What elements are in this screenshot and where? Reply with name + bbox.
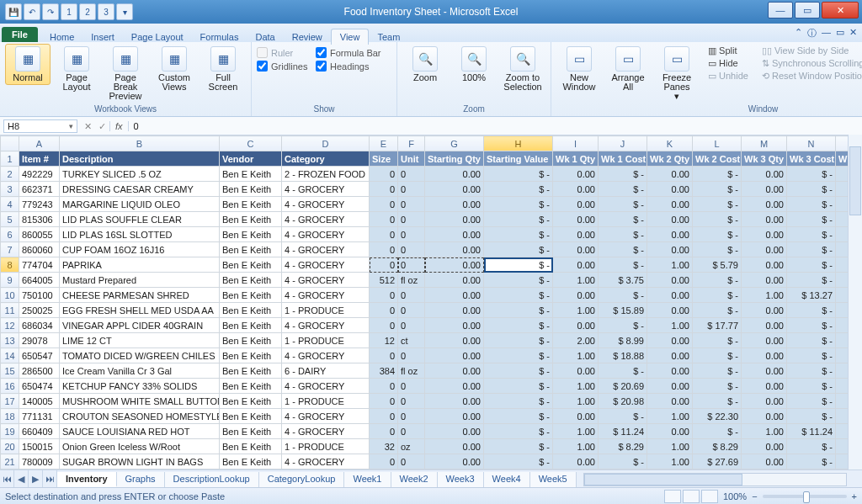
- custom-views-button[interactable]: ▦Custom Views: [152, 44, 197, 94]
- cell[interactable]: $ -: [484, 288, 553, 303]
- cell[interactable]: 0.00: [425, 333, 484, 348]
- cell[interactable]: ct: [398, 333, 425, 348]
- cell[interactable]: EGG FRESH SHELL MED USDA AA: [60, 303, 220, 318]
- cell[interactable]: 4 - GROCERY: [282, 182, 370, 197]
- cell[interactable]: $ -: [787, 167, 836, 182]
- cell[interactable]: 0: [398, 197, 425, 212]
- header-cell[interactable]: Wk 2 Cost: [693, 151, 742, 167]
- cell[interactable]: 0.00: [742, 257, 787, 273]
- header-cell[interactable]: Wk 3 Cost: [787, 151, 836, 167]
- cell[interactable]: $ 8.29: [599, 439, 647, 454]
- cell[interactable]: 4 - GROCERY: [282, 409, 370, 424]
- cell[interactable]: MUSHROOM WHITE SMALL BUTTON: [60, 394, 220, 409]
- cell[interactable]: 4 - GROCERY: [282, 257, 370, 273]
- cell[interactable]: 0.00: [553, 288, 599, 303]
- cell[interactable]: 0.00: [742, 303, 787, 318]
- cell[interactable]: 4 - GROCERY: [282, 424, 370, 439]
- cell[interactable]: 250025: [19, 303, 60, 318]
- cell[interactable]: 0.00: [425, 303, 484, 318]
- cell[interactable]: $ -: [599, 182, 647, 197]
- cell[interactable]: $ -: [484, 257, 553, 273]
- cell[interactable]: 0.00: [742, 273, 787, 288]
- cell[interactable]: 0.00: [425, 454, 484, 470]
- cell[interactable]: $ 11.24: [787, 424, 836, 439]
- cell[interactable]: Ben E Keith: [220, 273, 282, 288]
- enter-icon[interactable]: ✓: [95, 121, 109, 132]
- cell[interactable]: 1.00: [647, 257, 693, 273]
- header-cell[interactable]: Vendor: [220, 151, 282, 167]
- cell[interactable]: $ 5.79: [693, 257, 742, 273]
- cell[interactable]: $ -: [787, 394, 836, 409]
- row-header[interactable]: 9: [1, 273, 19, 288]
- cell[interactable]: 0.00: [425, 242, 484, 257]
- cell[interactable]: 0.00: [425, 394, 484, 409]
- cell[interactable]: LID PLAS SOUFFLE CLEAR: [60, 212, 220, 227]
- row-header[interactable]: 19: [1, 424, 19, 439]
- cell[interactable]: 2 - FROZEN FOOD: [282, 167, 370, 182]
- cell[interactable]: $ -: [787, 409, 836, 424]
- cell[interactable]: 0.00: [553, 363, 599, 379]
- cell[interactable]: 0: [398, 182, 425, 197]
- cell[interactable]: VINEGAR APPL CIDER 40GRAIN: [60, 318, 220, 333]
- cell[interactable]: $ 13.27: [787, 288, 836, 303]
- cell[interactable]: 0.00: [553, 227, 599, 242]
- cell[interactable]: Ben E Keith: [220, 333, 282, 348]
- tab-page-layout[interactable]: Page Layout: [123, 29, 192, 45]
- cell[interactable]: 0: [370, 197, 398, 212]
- row-header[interactable]: 1: [1, 151, 19, 167]
- cell[interactable]: Ben E Keith: [220, 318, 282, 333]
- cell[interactable]: 662371: [19, 182, 60, 197]
- row-header[interactable]: 17: [1, 394, 19, 409]
- cell[interactable]: 0.00: [425, 212, 484, 227]
- cell[interactable]: CUP FOAM 16OZ 16J16: [60, 242, 220, 257]
- cell[interactable]: 0: [370, 424, 398, 439]
- header-cell[interactable]: Item #: [19, 151, 60, 167]
- column-header[interactable]: J: [599, 136, 647, 151]
- cell[interactable]: 0.00: [553, 212, 599, 227]
- cell[interactable]: 750100: [19, 288, 60, 303]
- cell[interactable]: 1 - PRODUCE: [282, 439, 370, 454]
- tab-nav-prev[interactable]: ◀: [14, 470, 29, 488]
- column-header[interactable]: F: [398, 136, 425, 151]
- column-header[interactable]: E: [370, 136, 398, 151]
- cell[interactable]: 0: [398, 227, 425, 242]
- cell[interactable]: 0: [370, 227, 398, 242]
- qat-undo-icon[interactable]: ↶: [24, 3, 40, 20]
- cell[interactable]: Ben E Keith: [220, 212, 282, 227]
- cell[interactable]: 0: [370, 318, 398, 333]
- cell[interactable]: $ -: [787, 242, 836, 257]
- file-tab[interactable]: File: [2, 27, 38, 42]
- cell[interactable]: 0: [398, 409, 425, 424]
- cell[interactable]: 32: [370, 439, 398, 454]
- row-header[interactable]: 21: [1, 454, 19, 470]
- cell[interactable]: PAPRIKA: [60, 257, 220, 273]
- cell[interactable]: 0.00: [742, 182, 787, 197]
- cell[interactable]: $ -: [693, 182, 742, 197]
- cell[interactable]: 0.00: [647, 212, 693, 227]
- arrange-all-button[interactable]: ▭Arrange All: [605, 44, 651, 103]
- cell[interactable]: $ -: [599, 288, 647, 303]
- cell[interactable]: 0.00: [553, 242, 599, 257]
- cell[interactable]: 0.00: [647, 333, 693, 348]
- cell[interactable]: $ -: [484, 212, 553, 227]
- row-header[interactable]: 8: [1, 257, 19, 273]
- cell[interactable]: $ -: [693, 167, 742, 182]
- cell[interactable]: 0.00: [425, 197, 484, 212]
- worksheet-grid[interactable]: ABCDEFGHIJKLMNO1Item #DescriptionVendorC…: [0, 135, 862, 470]
- cell[interactable]: Ben E Keith: [220, 288, 282, 303]
- qat-redo-icon[interactable]: ↷: [42, 3, 59, 20]
- horizontal-scrollbar[interactable]: [583, 473, 847, 486]
- select-all-corner[interactable]: [1, 136, 19, 151]
- cell[interactable]: 2.00: [553, 333, 599, 348]
- header-cell[interactable]: Wk 3 Qty: [742, 151, 787, 167]
- cell[interactable]: 4 - GROCERY: [282, 212, 370, 227]
- cell[interactable]: 4 - GROCERY: [282, 273, 370, 288]
- cell[interactable]: $ -: [787, 363, 836, 379]
- cell[interactable]: $ -: [484, 439, 553, 454]
- cell[interactable]: 0: [398, 454, 425, 470]
- column-header[interactable]: B: [60, 136, 220, 151]
- cell[interactable]: 1 - PRODUCE: [282, 303, 370, 318]
- row-header[interactable]: 12: [1, 318, 19, 333]
- cell[interactable]: 0.00: [742, 333, 787, 348]
- column-header[interactable]: K: [647, 136, 693, 151]
